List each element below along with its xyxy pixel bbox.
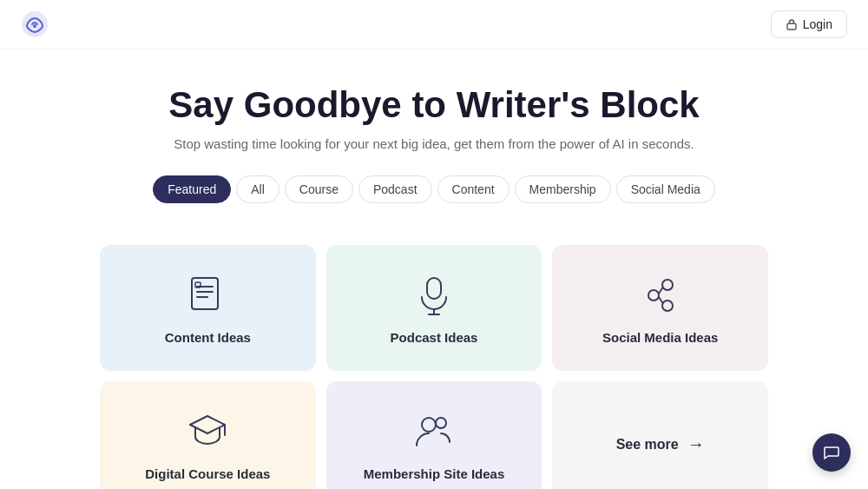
card-see-more[interactable]: See more → [552,381,768,489]
course-ideas-label: Digital Course Ideas [145,466,270,481]
chat-icon [823,444,840,461]
svg-rect-8 [427,278,441,299]
svg-rect-2 [787,23,796,30]
tab-featured[interactable]: Featured [153,175,231,203]
podcast-ideas-icon [410,271,458,320]
tab-membership[interactable]: Membership [515,175,611,203]
tab-social-media[interactable]: Social Media [616,175,715,203]
filter-tabs: Featured All Course Podcast Content Memb… [17,175,851,203]
card-social-media-ideas[interactable]: Social Media Ideas [552,245,768,371]
hero-section: Say Goodbye to Writer's Block Stop wasti… [0,50,868,245]
card-membership-site-ideas[interactable]: Membership Site Ideas [326,381,542,489]
see-more-label: See more [616,437,679,453]
tab-podcast[interactable]: Podcast [358,175,432,203]
see-more-content: See more → [616,434,705,454]
cards-grid: Content Ideas Podcast Ideas Social Media… [82,245,786,489]
login-button[interactable]: Login [771,10,847,38]
hero-title: Say Goodbye to Writer's Block [17,84,851,126]
lock-icon [786,18,798,30]
social-media-icon [636,271,685,320]
svg-point-12 [422,418,436,432]
content-ideas-label: Content Ideas [165,330,251,345]
membership-site-icon [410,407,458,456]
tab-course[interactable]: Course [285,175,353,203]
hero-subtitle: Stop wasting time looking for your next … [17,136,851,151]
social-media-ideas-label: Social Media Ideas [602,330,718,345]
content-ideas-icon [183,271,232,320]
card-podcast-ideas[interactable]: Podcast Ideas [326,245,542,371]
header: Login [0,0,868,50]
membership-site-ideas-label: Membership Site Ideas [364,466,505,481]
svg-point-13 [436,418,446,428]
card-course-ideas[interactable]: Digital Course Ideas [100,381,316,489]
tab-content[interactable]: Content [437,175,510,203]
course-ideas-icon [183,407,232,456]
logo-icon [21,10,49,38]
chat-widget[interactable] [812,433,851,472]
svg-point-1 [33,24,36,28]
arrow-right-icon: → [687,434,705,454]
card-content-ideas[interactable]: Content Ideas [100,245,316,371]
podcast-ideas-label: Podcast Ideas [391,330,478,345]
tab-all[interactable]: All [236,175,279,203]
login-label: Login [803,17,832,31]
